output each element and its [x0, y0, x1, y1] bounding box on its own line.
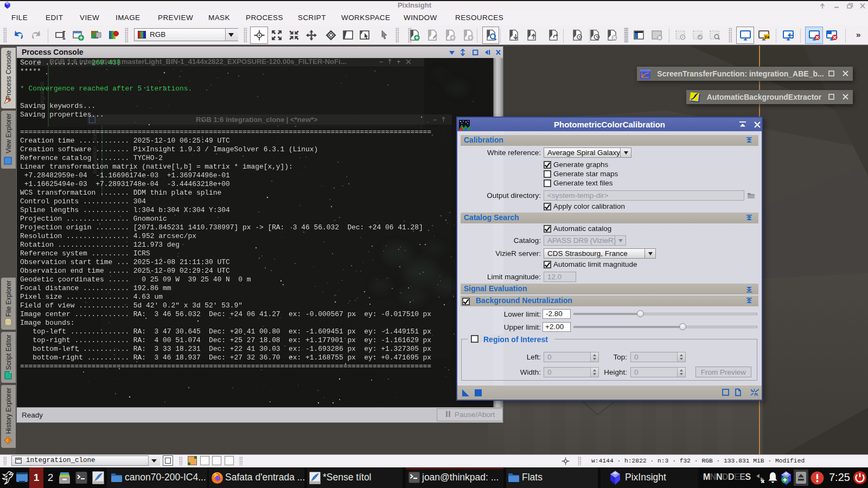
svg-text:24: 24 — [764, 35, 769, 40]
